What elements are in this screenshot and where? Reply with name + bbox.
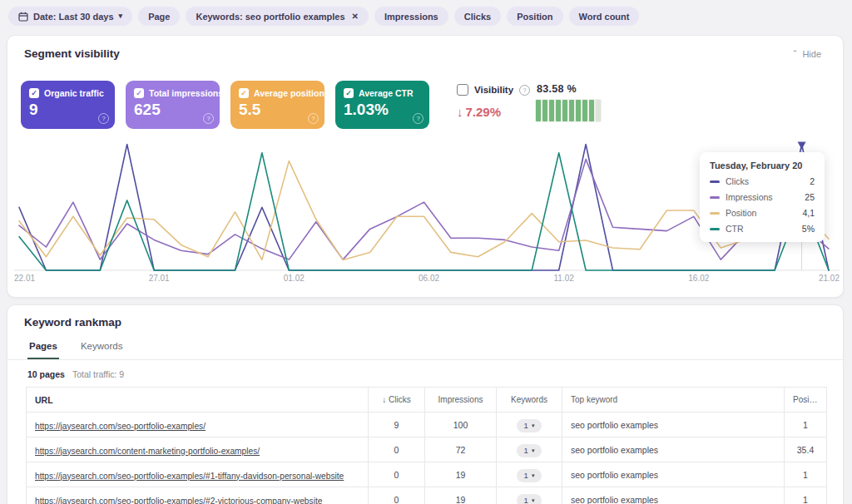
filter-chip-label: Page: [148, 12, 170, 22]
filter-chip-word-count[interactable]: Word count: [569, 7, 640, 26]
column-header-position[interactable]: Position: [785, 388, 827, 413]
checked-checkbox-icon[interactable]: ✓: [134, 88, 144, 98]
metric-card-total-impressions[interactable]: ✓Total impressions625?: [126, 81, 220, 129]
impressions-cell: 19: [425, 462, 497, 487]
keywords-dropdown[interactable]: 1▾: [517, 469, 542, 482]
keyword-rankmap-title: Keyword rankmap: [24, 316, 121, 329]
metric-card-value: 5.5: [239, 101, 316, 119]
page-url-link[interactable]: https://jaysearch.com/seo-portfolio-exam…: [35, 422, 206, 431]
metric-card-label: Organic traffic: [44, 88, 104, 98]
metric-card-organic-traffic[interactable]: ✓Organic traffic9?: [21, 81, 115, 129]
gauge-bars: [535, 99, 602, 122]
tooltip-series-label: CTR: [726, 224, 744, 234]
chevron-up-icon: ⌃: [792, 50, 799, 57]
filter-chip-keywords-seo-portfolio-examples[interactable]: Keywords: seo portfolio examples✕: [186, 7, 369, 26]
column-header-url[interactable]: URL: [27, 388, 369, 413]
gauge-value: 83.58 %: [535, 83, 602, 95]
filter-chip-clicks[interactable]: Clicks: [454, 7, 501, 26]
help-icon[interactable]: ?: [203, 113, 214, 124]
legend-dash-icon: [710, 228, 720, 230]
filter-chip-impressions[interactable]: Impressions: [374, 7, 448, 26]
chevron-down-icon: ▾: [532, 447, 535, 454]
clicks-cell: 9: [369, 413, 425, 437]
tooltip-series-value: 4,1: [802, 208, 815, 218]
tooltip-series-label: Position: [726, 208, 756, 218]
segment-visibility-title: Segment visibility: [24, 47, 120, 60]
metric-card-label: Average position: [254, 88, 324, 98]
rankmap-tabs: PagesKeywords: [7, 336, 843, 360]
help-icon[interactable]: ?: [98, 113, 109, 124]
table-row: https://jaysearch.com/content-marketing-…: [27, 437, 827, 462]
x-axis-label: 16.02: [688, 274, 709, 283]
gauge-bar: [582, 100, 587, 121]
keywords-count: 1: [524, 446, 528, 455]
top-keyword-cell: seo portfolio examples: [562, 462, 785, 487]
page-url-link[interactable]: https://jaysearch.com/seo-portfolio-exam…: [35, 497, 322, 504]
metric-card-label: Average CTR: [359, 88, 414, 98]
page-url-link[interactable]: https://jaysearch.com/content-marketing-…: [35, 447, 260, 456]
checked-checkbox-icon[interactable]: ✓: [29, 88, 39, 98]
keywords-dropdown[interactable]: 1▾: [517, 419, 542, 432]
impressions-cell: 100: [425, 413, 497, 437]
seo-dashboard: Date: Last 30 days▾PageKeywords: seo por…: [0, 0, 852, 504]
tooltip-series-value: 5%: [802, 224, 815, 234]
metric-cards-row: ✓Organic traffic9?✓Total impressions625?…: [21, 81, 429, 129]
top-keyword-cell: seo portfolio examples: [562, 437, 785, 462]
keywords-dropdown[interactable]: 1▾: [517, 444, 542, 457]
keywords-count: 1: [524, 421, 528, 430]
legend-dash-icon: [710, 180, 720, 183]
metric-card-average-position[interactable]: ✓Average position5.5?: [230, 81, 324, 129]
filter-chip-position[interactable]: Position: [507, 7, 562, 26]
chevron-down-icon: ▾: [532, 497, 535, 504]
tab-keywords[interactable]: Keywords: [79, 336, 125, 359]
gauge-bar: [576, 100, 581, 121]
checked-checkbox-icon[interactable]: ✓: [239, 88, 249, 98]
tooltip-title: Tuesday, February 20: [710, 161, 815, 170]
remove-filter-icon[interactable]: ✕: [352, 12, 359, 21]
help-icon[interactable]: ?: [413, 113, 424, 124]
chevron-down-icon: ▾: [119, 12, 123, 20]
checked-checkbox-icon[interactable]: ✓: [344, 88, 354, 98]
rankmap-table: URL↓ ClicksImpressionsKeywordsTop keywor…: [26, 387, 827, 504]
filter-chip-date-last-30-days[interactable]: Date: Last 30 days▾: [8, 7, 132, 26]
page-url-link[interactable]: https://jaysearch.com/seo-portfolio-exam…: [35, 472, 344, 481]
visibility-toggle-block: Visibility ? ↓ 7.29%: [457, 84, 530, 119]
filter-chip-label: Date: Last 30 days: [33, 12, 114, 22]
column-header-top-keyword[interactable]: Top keyword: [562, 388, 785, 413]
hide-label: Hide: [802, 49, 821, 59]
visibility-change: ↓ 7.29%: [457, 105, 530, 119]
keywords-count: 1: [524, 471, 528, 480]
tooltip-series-value: 2: [810, 176, 815, 186]
table-row: https://jaysearch.com/seo-portfolio-exam…: [27, 462, 827, 487]
x-axis-label: 11.02: [554, 274, 575, 283]
gauge-bar: [536, 100, 541, 121]
position-cell: 1: [785, 487, 827, 504]
help-icon[interactable]: ?: [308, 113, 319, 124]
help-icon[interactable]: ?: [519, 85, 530, 96]
column-header-impressions[interactable]: Impressions: [425, 388, 497, 413]
chart-tooltip: Tuesday, February 20 Clicks2Impressions2…: [700, 152, 825, 242]
metric-card-value: 9: [29, 101, 106, 119]
tab-pages[interactable]: Pages: [27, 336, 59, 359]
filter-chip-page[interactable]: Page: [138, 7, 180, 26]
position-cell: 1: [785, 462, 827, 487]
keywords-dropdown[interactable]: 1▾: [517, 494, 542, 504]
gauge-bar: [562, 100, 567, 121]
metric-card-average-ctr[interactable]: ✓Average CTR1.03%?: [335, 81, 429, 129]
tooltip-row-clicks: Clicks2: [710, 176, 815, 186]
impressions-cell: 72: [425, 437, 497, 462]
column-header-keywords[interactable]: Keywords: [497, 388, 562, 413]
rankmap-summary: 10 pagesTotal traffic: 9: [7, 360, 843, 387]
legend-dash-icon: [710, 212, 720, 215]
segment-visibility-panel: Segment visibility ⌃ Hide ✓Organic traff…: [7, 35, 844, 298]
gauge-bar: [549, 100, 554, 121]
tooltip-row-ctr: CTR5%: [710, 224, 815, 234]
pages-count: 10 pages: [27, 369, 65, 379]
column-header-clicks[interactable]: ↓ Clicks: [369, 388, 425, 413]
position-cell: 1: [785, 413, 827, 437]
visibility-checkbox[interactable]: [457, 84, 468, 96]
hide-button[interactable]: ⌃ Hide: [787, 48, 826, 60]
filter-chip-label: Keywords: seo portfolio examples: [196, 12, 344, 22]
top-keyword-cell: seo portfolio examples: [562, 413, 785, 437]
impressions-cell: 19: [425, 487, 497, 504]
